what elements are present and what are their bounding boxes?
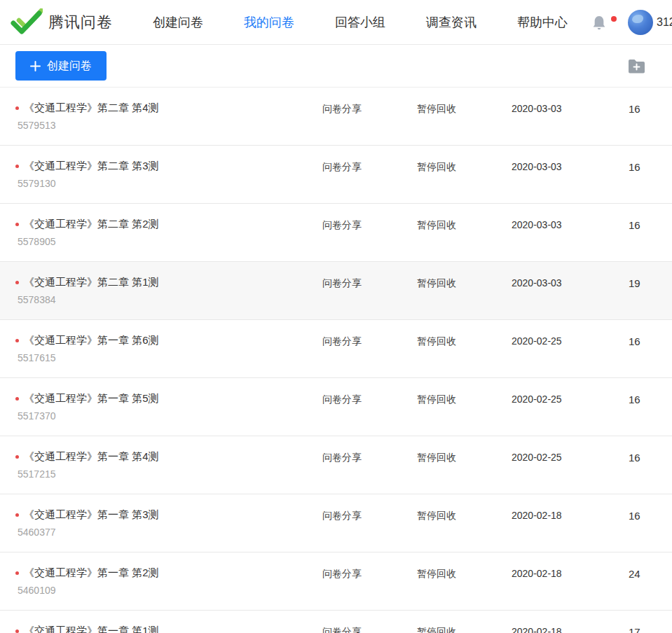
survey-count: 17	[629, 625, 672, 633]
survey-count: 16	[629, 160, 672, 173]
plus-icon	[30, 61, 41, 71]
survey-row[interactable]: 《交通工程学》第一章 第3测 5460377 问卷分享 暂停回收 2020-02…	[0, 494, 672, 552]
survey-type: 问卷分享	[322, 392, 417, 406]
survey-type: 问卷分享	[322, 218, 417, 232]
survey-date: 2020-02-25	[512, 334, 629, 347]
create-survey-button[interactable]: 创建问卷	[15, 51, 107, 81]
survey-main-cell: 《交通工程学》第一章 第5测 5517370	[0, 392, 322, 422]
survey-date: 2020-02-25	[512, 392, 629, 405]
survey-status: 暂停回收	[417, 102, 512, 116]
survey-status: 暂停回收	[417, 450, 512, 464]
survey-row[interactable]: 《交通工程学》第二章 第1测 5578384 问卷分享 暂停回收 2020-03…	[0, 262, 672, 320]
brand[interactable]: 腾讯问卷	[11, 8, 153, 36]
survey-title: 《交通工程学》第一章 第5测	[24, 392, 159, 405]
survey-row[interactable]: 《交通工程学》第一章 第4测 5517215 问卷分享 暂停回收 2020-02…	[0, 436, 672, 494]
bell-icon	[592, 15, 606, 31]
survey-count: 24	[629, 566, 672, 580]
status-dot-icon	[15, 281, 19, 284]
survey-row[interactable]: 《交通工程学》第一章 第1测 问卷分享 暂停回收 2020-02-18 17	[0, 611, 672, 633]
survey-title: 《交通工程学》第一章 第2测	[24, 566, 159, 579]
survey-count: 16	[629, 508, 672, 522]
survey-main-cell: 《交通工程学》第二章 第1测 5578384	[0, 276, 322, 305]
survey-id: 5517615	[15, 352, 322, 363]
username[interactable]: 312	[657, 16, 672, 29]
toolbar: 创建问卷	[0, 45, 672, 88]
survey-date: 2020-02-18	[512, 566, 629, 579]
nav-item-5[interactable]: 帮助中心	[517, 14, 568, 31]
survey-count: 16	[629, 392, 672, 405]
status-dot-icon	[15, 339, 19, 342]
survey-type: 问卷分享	[322, 566, 417, 580]
new-folder-button[interactable]	[628, 59, 645, 74]
notifications-button[interactable]	[592, 15, 606, 31]
survey-row[interactable]: 《交通工程学》第二章 第2测 5578905 问卷分享 暂停回收 2020-03…	[0, 204, 672, 262]
survey-main-cell: 《交通工程学》第一章 第1测	[0, 625, 322, 633]
status-dot-icon	[15, 397, 19, 401]
survey-title: 《交通工程学》第一章 第3测	[24, 508, 159, 521]
survey-title: 《交通工程学》第一章 第4测	[24, 450, 159, 463]
top-nav-bar: 腾讯问卷 创建问卷我的问卷回答小组调查资讯帮助中心 312	[0, 0, 672, 45]
survey-type: 问卷分享	[322, 508, 417, 522]
survey-date: 2020-03-03	[512, 102, 629, 114]
folder-plus-icon	[628, 59, 645, 74]
survey-id: 5517215	[15, 468, 322, 480]
survey-type: 问卷分享	[322, 160, 417, 174]
survey-type: 问卷分享	[322, 450, 417, 464]
nav-item-1[interactable]: 创建问卷	[153, 14, 203, 31]
brand-logo-icon	[11, 8, 43, 36]
avatar[interactable]	[628, 10, 653, 35]
main-nav: 创建问卷我的问卷回答小组调查资讯帮助中心	[153, 14, 608, 31]
survey-date: 2020-03-03	[512, 218, 629, 230]
status-dot-icon	[15, 571, 19, 575]
survey-status: 暂停回收	[417, 218, 512, 232]
survey-id: 5460109	[15, 585, 322, 596]
status-dot-icon	[15, 629, 19, 633]
survey-status: 暂停回收	[417, 160, 512, 174]
nav-item-4[interactable]: 调查资讯	[426, 14, 476, 31]
status-dot-icon	[15, 513, 19, 517]
survey-count: 16	[629, 450, 672, 464]
survey-title: 《交通工程学》第一章 第1测	[24, 625, 159, 633]
survey-count: 19	[629, 276, 672, 289]
survey-row[interactable]: 《交通工程学》第一章 第2测 5460109 问卷分享 暂停回收 2020-02…	[0, 552, 672, 611]
header-right-group: 312	[592, 0, 672, 45]
survey-main-cell: 《交通工程学》第二章 第4测 5579513	[0, 102, 322, 131]
survey-count: 16	[629, 334, 672, 347]
survey-status: 暂停回收	[417, 625, 512, 633]
status-dot-icon	[15, 106, 19, 110]
survey-status: 暂停回收	[417, 392, 512, 406]
survey-status: 暂停回收	[417, 276, 512, 290]
survey-date: 2020-03-03	[512, 160, 629, 172]
survey-main-cell: 《交通工程学》第一章 第2测 5460109	[0, 566, 322, 596]
survey-status: 暂停回收	[417, 334, 512, 348]
nav-item-3[interactable]: 回答小组	[335, 14, 385, 31]
survey-type: 问卷分享	[322, 625, 417, 633]
survey-main-cell: 《交通工程学》第二章 第3测 5579130	[0, 160, 322, 189]
survey-title: 《交通工程学》第二章 第1测	[24, 276, 159, 288]
survey-title: 《交通工程学》第一章 第6测	[24, 334, 159, 347]
survey-type: 问卷分享	[322, 334, 417, 348]
survey-id: 5579513	[15, 120, 322, 131]
create-survey-label: 创建问卷	[47, 59, 92, 74]
survey-status: 暂停回收	[417, 566, 512, 580]
survey-id: 5460377	[15, 527, 322, 538]
survey-row[interactable]: 《交通工程学》第一章 第5测 5517370 问卷分享 暂停回收 2020-02…	[0, 378, 672, 436]
survey-row[interactable]: 《交通工程学》第一章 第6测 5517615 问卷分享 暂停回收 2020-02…	[0, 320, 672, 378]
survey-row[interactable]: 《交通工程学》第二章 第4测 5579513 问卷分享 暂停回收 2020-03…	[0, 88, 672, 146]
survey-type: 问卷分享	[322, 276, 417, 290]
survey-title: 《交通工程学》第二章 第3测	[24, 160, 159, 172]
survey-main-cell: 《交通工程学》第一章 第6测 5517615	[0, 334, 322, 363]
survey-count: 16	[629, 218, 672, 231]
survey-status: 暂停回收	[417, 508, 512, 522]
survey-id: 5579130	[15, 178, 322, 189]
status-dot-icon	[15, 223, 19, 226]
status-dot-icon	[15, 455, 19, 459]
survey-row[interactable]: 《交通工程学》第二章 第3测 5579130 问卷分享 暂停回收 2020-03…	[0, 146, 672, 204]
survey-date: 2020-02-18	[512, 625, 629, 633]
survey-table: 《交通工程学》第二章 第4测 5579513 问卷分享 暂停回收 2020-03…	[0, 88, 672, 633]
nav-item-2[interactable]: 我的问卷	[244, 14, 294, 31]
survey-main-cell: 《交通工程学》第二章 第2测 5578905	[0, 218, 322, 247]
survey-date: 2020-03-03	[512, 276, 629, 288]
survey-title: 《交通工程学》第二章 第4测	[24, 102, 159, 114]
survey-id: 5517370	[15, 410, 322, 422]
